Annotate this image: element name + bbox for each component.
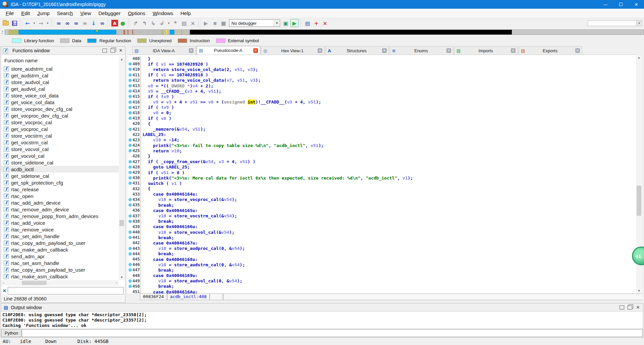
function-row[interactable]: fstore_vocproc_cal — [1, 119, 119, 126]
breakpoint-gutter[interactable] — [127, 171, 132, 174]
breakpoint-dot[interactable] — [128, 138, 132, 142]
breakpoint-dot[interactable] — [128, 198, 132, 201]
breakpoint-gutter[interactable] — [127, 128, 132, 131]
pseudocode-line-415[interactable]: 415 if ( !v9 ) — [127, 94, 636, 99]
pseudocode-line-450[interactable]: 450 break; — [127, 284, 636, 289]
debugger-select[interactable]: No debugger▼ — [229, 19, 280, 27]
pseudocode-line-428[interactable]: 428 goto LABEL_25; — [127, 164, 636, 170]
function-row[interactable]: fget_spk_protection_cfg — [1, 179, 119, 186]
tab-hex-view-1[interactable]: ◎Hex View-1✕ — [261, 46, 325, 55]
breakpoint-gutter[interactable] — [127, 198, 132, 201]
breakpoint-dot[interactable] — [128, 111, 132, 115]
pseudocode-line-437[interactable]: 437 v10 = store_vocstrm_cal(&v54); — [127, 213, 636, 218]
minimize-button[interactable]: — — [598, 0, 613, 9]
breakpoint-gutter[interactable] — [127, 220, 132, 223]
breakpoint-dot[interactable] — [128, 230, 132, 234]
pseudocode-line-447[interactable]: 447 break; — [127, 267, 636, 273]
chevron-down-icon[interactable]: ▼ — [636, 21, 642, 26]
pseudocode-line-414[interactable]: 414 v9 = __CFADD__(v3 + 4, v51); — [127, 88, 636, 94]
pseudocode-line-408[interactable]: 408 } — [127, 56, 636, 61]
breakpoint-dot[interactable] — [128, 165, 132, 169]
breakpoint-gutter[interactable] — [127, 247, 132, 250]
function-name-column-header[interactable]: Function name — [1, 57, 119, 65]
breakpoint-gutter[interactable] — [127, 165, 132, 169]
breakpoint-dot[interactable] — [128, 252, 132, 256]
pseudocode-line-449[interactable]: 449 v10 = store_audvol_cal(0, &v54); — [127, 278, 636, 284]
cli-input[interactable] — [22, 329, 643, 337]
menu-debugger[interactable]: Debugger — [95, 9, 124, 17]
functions-window-titlebar[interactable]: f Functions window ✕ — [1, 47, 125, 55]
breakpoint-dot[interactable] — [128, 62, 132, 66]
function-row[interactable]: fsend_adm_apr — [1, 253, 119, 260]
breakpoint-dot[interactable] — [128, 68, 132, 71]
function-row[interactable]: fget_vocstrm_cal — [1, 139, 119, 146]
function-row[interactable]: fstore_vocproc_dev_cfg_cal — [1, 106, 119, 112]
pseudocode-line-425[interactable]: 425 return v10; — [127, 148, 636, 153]
breakpoint-gutter[interactable] — [127, 144, 132, 147]
toolbar-overflow-scrollbar[interactable]: ▼ — [588, 20, 642, 26]
panel-float-icon[interactable] — [110, 49, 115, 53]
breakpoint-dot[interactable] — [128, 160, 132, 163]
function-row[interactable]: fget_vocvol_cal — [1, 152, 119, 159]
pseudocode-line-446[interactable]: 446 v10 = store_audstrm_cal(0, &v54); — [127, 262, 636, 267]
search-text-icon[interactable]: ∞ — [63, 19, 71, 27]
scroll-down-icon[interactable]: ▼ — [636, 288, 642, 293]
breakpoint-gutter[interactable] — [127, 111, 132, 115]
pseudocode-line-439[interactable]: 439 case 0x40046166u: — [127, 224, 636, 229]
function-row[interactable]: fstore_audvol_cal — [1, 79, 119, 85]
search-binary-icon[interactable]: ∞ — [55, 19, 63, 27]
pseudocode-line-409[interactable]: 409 if ( v1 == 1074028920 ) — [127, 61, 636, 67]
pseudocode-line-435[interactable]: 435 break; — [127, 202, 636, 208]
breakpoint-dot[interactable] — [128, 128, 132, 131]
function-row[interactable]: fget_audstrm_cal — [1, 72, 119, 79]
function-row[interactable]: fstore_voice_col_data — [1, 92, 119, 99]
breakpoint-dot[interactable] — [128, 84, 132, 87]
pseudocode-line-434[interactable]: 434 v10 = store_vocproc_cal(&v54); — [127, 197, 636, 202]
function-row[interactable]: frtac_set_adm_handle — [1, 233, 119, 239]
tab-structures[interactable]: AStructures✕ — [325, 46, 389, 55]
panel-close-icon[interactable]: ✕ — [118, 49, 123, 53]
breakpoint-dot[interactable] — [128, 236, 132, 239]
breakpoint-dot[interactable] — [128, 171, 132, 174]
breakpoint-dot[interactable] — [128, 79, 132, 82]
open-file-icon[interactable] — [2, 19, 10, 27]
pseudocode-line-416[interactable]: 416 v9 = v3 + 4 + v51 >= v8 + (unsigned … — [127, 99, 636, 105]
set-function-end-icon[interactable]: ↳ — [149, 19, 157, 27]
breakpoint-dot[interactable] — [128, 285, 132, 288]
function-row[interactable]: frtac_copy_adm_payload_to_user — [1, 239, 119, 246]
breakpoint-gutter[interactable] — [127, 79, 132, 82]
pseudocode-line-436[interactable]: 436 case 0x40046165u: — [127, 208, 636, 213]
output-window-titlebar[interactable]: ▤ Output window ✕ — [1, 303, 643, 312]
tab-close-icon[interactable]: ✕ — [511, 48, 516, 53]
breakpoint-gutter[interactable] — [127, 95, 132, 98]
filter-clear-icon[interactable]: ✕ — [1, 288, 8, 293]
edit-function-icon[interactable]: * — [171, 19, 179, 27]
function-row[interactable]: fstore_vocstrm_cal — [1, 132, 119, 139]
function-row[interactable]: frtac_add_adm_device — [1, 199, 119, 206]
pseudocode-line-433[interactable]: 433 case 0x40046164u: — [127, 192, 636, 197]
menu-jump[interactable]: Jump — [34, 9, 53, 17]
function-row[interactable]: frtac_open — [1, 193, 119, 199]
filter-input[interactable] — [8, 287, 124, 294]
search-again-icon[interactable]: ∞ — [81, 19, 89, 27]
breakpoint-gutter[interactable] — [127, 182, 132, 185]
function-row[interactable]: frtac_make_adm_callback — [1, 246, 119, 253]
breakpoint-gutter[interactable] — [127, 252, 132, 256]
function-row[interactable]: frtac_remove_adm_device — [1, 206, 119, 213]
panel-float-icon[interactable] — [628, 305, 632, 309]
ascii-string-icon[interactable]: A — [111, 20, 118, 26]
debugger-stop-icon[interactable]: ■ — [219, 19, 227, 27]
breakpoint-gutter[interactable] — [127, 138, 132, 142]
tab-pseudocode-a[interactable]: ▤Pseudocode-A✕ — [197, 46, 260, 55]
menu-file[interactable]: File — [2, 9, 17, 17]
tab-close-icon[interactable]: ✕ — [253, 48, 258, 53]
tab-imports[interactable]: ▤Imports✕ — [454, 46, 518, 55]
function-row[interactable]: fget_vocproc_dev_cfg_cal — [1, 112, 119, 119]
breakpoint-dot[interactable] — [128, 203, 132, 207]
breakpoint-gutter[interactable] — [127, 268, 132, 272]
pseudocode-line-432[interactable]: 432 { — [127, 186, 636, 192]
menu-options[interactable]: Options — [124, 9, 149, 17]
undefine-icon[interactable]: × — [189, 19, 197, 27]
tab-close-icon[interactable]: ✕ — [382, 48, 387, 53]
breakpoint-dot[interactable] — [128, 279, 132, 283]
